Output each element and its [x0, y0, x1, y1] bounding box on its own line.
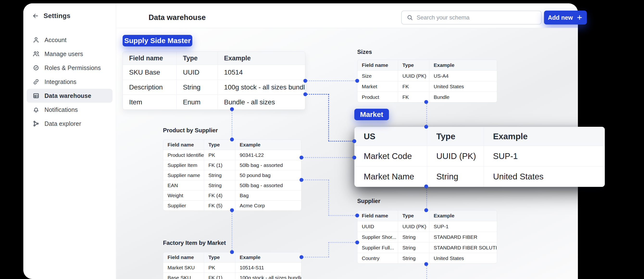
field-name-cell: UUID	[358, 221, 398, 232]
factory-item-by-market-title: Factory Item by Market	[163, 239, 226, 246]
sidebar-item-label: Data explorer	[44, 120, 81, 127]
connector-dot	[230, 107, 234, 111]
type-cell: PK	[204, 150, 235, 160]
connector-line	[328, 94, 329, 141]
field-name-cell: Item	[123, 95, 176, 109]
roles-permissions-icon	[32, 64, 40, 71]
field-name-cell: SKU Base	[123, 65, 176, 80]
field-name-cell: Market Code	[354, 146, 427, 166]
add-new-button-label: Add new	[548, 14, 573, 21]
example-cell: 100g stock - all sizes bundle	[235, 273, 301, 279]
sidebar-item-label: Account	[44, 37, 66, 44]
column-header: Field name	[123, 52, 176, 65]
example-cell: SUP-1	[429, 221, 497, 232]
sidebar-title: Settings	[44, 12, 70, 20]
notifications-icon	[32, 106, 40, 113]
example-cell: 50lb bag - assorted	[235, 180, 301, 190]
table-row: Supplier Full... String STANDARD FIBER S…	[358, 242, 497, 253]
connector-line	[328, 141, 354, 142]
table-row: Country String United States	[358, 253, 497, 263]
field-name-cell: Base SKU	[163, 273, 204, 279]
table-row: Market Code UUID (PK) SUP-1	[354, 146, 604, 166]
connector-line	[328, 242, 329, 257]
example-cell: STANDARD FIBER	[429, 232, 497, 242]
sidebar-item-data-explorer[interactable]: Data explorer	[27, 117, 112, 131]
table-header-row: Field name Type Example	[358, 60, 497, 71]
connector-dot	[424, 208, 428, 212]
add-new-button[interactable]: Add new	[544, 11, 587, 25]
field-name-cell: Supplier	[163, 201, 204, 210]
account-icon	[32, 36, 40, 44]
type-cell: UUID (PK)	[398, 71, 429, 81]
supply-side-master-table[interactable]: Field name Type Example SKU Base UUID 10…	[122, 52, 305, 110]
product-by-supplier-title: Product by Supplier	[163, 127, 218, 134]
column-header: Example	[218, 52, 305, 65]
type-cell: String	[204, 180, 235, 190]
type-cell: UUID (PK)	[427, 146, 484, 166]
connector-dot	[300, 178, 303, 182]
factory-item-by-market-table[interactable]: Field name Type Example Market SKU PK 10…	[163, 252, 302, 279]
type-cell: FK	[398, 81, 429, 92]
table-row: Market FK United States	[358, 81, 497, 92]
type-cell: String	[398, 253, 429, 263]
connector-line	[328, 180, 329, 215]
sidebar-item-account[interactable]: Account	[27, 33, 112, 47]
table-row: SKU Base UUID 10514	[123, 65, 305, 80]
connector-dot	[355, 240, 359, 244]
connector-line	[302, 157, 354, 158]
example-cell: 50 pound bag	[235, 170, 301, 180]
market-table[interactable]: US Type Example Market Code UUID (PK) SU…	[354, 127, 605, 187]
supply-side-master-badge[interactable]: Supply Side Master	[122, 35, 192, 47]
field-name-cell: Product	[358, 92, 398, 102]
connector-line	[302, 257, 329, 257]
market-badge[interactable]: Market	[354, 109, 389, 120]
table-row: UUID UUID (PK) SUP-1	[358, 221, 497, 232]
table-header-row: Field name Type Example	[358, 210, 497, 221]
sidebar-item-label: Manage users	[44, 51, 83, 58]
sidebar-item-integrations[interactable]: Integrations	[27, 75, 112, 89]
connector-dot	[352, 156, 356, 159]
connector-dot	[300, 255, 303, 259]
connector-dot	[303, 92, 307, 96]
search-box	[401, 11, 542, 25]
column-header: Field name	[163, 140, 204, 150]
connector-line	[302, 179, 329, 180]
table-row: Size UUID (PK) US-A4	[358, 71, 497, 81]
sidebar-item-manage-users[interactable]: Manage users	[27, 47, 112, 61]
example-cell: United States	[484, 166, 604, 187]
column-header: Type	[427, 127, 484, 146]
column-header: US	[354, 127, 427, 146]
product-by-supplier-table[interactable]: Field name Type Example Product Identifi…	[163, 140, 302, 211]
type-cell: PK	[204, 263, 235, 272]
field-name-cell: Supplier Shor...	[358, 232, 398, 242]
table-row: Item Enum Bundle - all sizes	[123, 95, 305, 109]
example-cell: Bundle - all sizes	[218, 95, 305, 109]
column-header: Example	[429, 210, 497, 221]
field-name-cell: Weight	[163, 190, 204, 200]
search-icon	[406, 14, 413, 21]
type-cell: FK (1)	[204, 273, 235, 279]
field-name-cell: Size	[358, 71, 398, 81]
field-name-cell: Description	[123, 80, 176, 95]
sidebar-item-roles-permissions[interactable]: Roles & Permissions	[27, 61, 112, 75]
column-header: Field name	[358, 60, 398, 71]
sidebar-item-notifications[interactable]: Notifications	[27, 103, 112, 117]
sidebar-item-label: Data warehouse	[44, 92, 91, 99]
sidebar: Settings Account Manage users	[23, 3, 116, 279]
search-input[interactable]	[416, 14, 536, 21]
connector-dot	[424, 184, 428, 188]
connector-dot	[355, 79, 359, 83]
connector-dot	[355, 214, 359, 217]
sidebar-item-data-warehouse[interactable]: Data warehouse	[27, 89, 112, 103]
example-cell: US-A4	[429, 71, 497, 81]
sizes-table[interactable]: Field name Type Example Size UUID (PK) U…	[357, 60, 497, 102]
supplier-table[interactable]: Field name Type Example UUID UUID (PK) S…	[357, 210, 497, 263]
back-to-settings-button[interactable]: Settings	[32, 12, 70, 20]
example-cell: Acme Corp	[235, 201, 301, 210]
connector-dot	[424, 262, 428, 266]
column-header: Example	[235, 140, 301, 150]
integrations-icon	[32, 78, 40, 85]
type-cell: FK (4)	[204, 190, 235, 200]
field-name-cell: Product Identifier	[163, 150, 204, 160]
table-row: Supplier name String 50 pound bag	[163, 170, 301, 180]
